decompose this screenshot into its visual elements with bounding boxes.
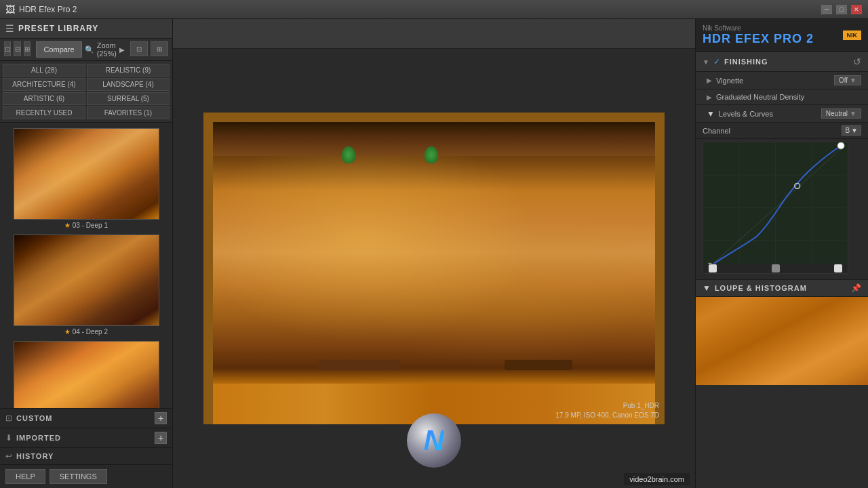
loupe-arrow-icon: ▼ (703, 283, 711, 293)
gnd-arrow-icon: ▶ (707, 94, 712, 101)
vignette-title: Vignette (716, 77, 830, 85)
channel-label: Channel (703, 127, 837, 135)
center-area: Pub 1_HDR 17.9 MP, ISO 400, Canon EOS 7D… (173, 19, 695, 488)
channel-select[interactable]: B ▼ (842, 125, 861, 136)
zoom-control: 🔍 Zoom (25%) ▶ (85, 41, 125, 58)
zoom-label: Zoom (25%) (97, 41, 117, 58)
bottom-buttons: HELP SETTINGS (0, 465, 172, 488)
nik-sphere: N (407, 413, 461, 468)
svg-point-7 (837, 142, 844, 149)
left-panel: ☰ PRESET LIBRARY ⊡ ⊟ ⊞ Compare 🔍 Zoom (2… (0, 19, 173, 488)
zoom-arrow-icon[interactable]: ▶ (119, 46, 125, 54)
zoom-icon: 🔍 (85, 45, 94, 54)
view-icon1[interactable]: ⊡ (130, 41, 148, 56)
nik-brand: HDR EFEX PRO 2 (703, 32, 814, 46)
svg-line-6 (710, 146, 844, 266)
custom-row[interactable]: ⊡ CUSTOM + (0, 409, 172, 428)
preset-thumb-detailed1[interactable] (14, 341, 159, 408)
history-label: HISTORY (16, 452, 167, 460)
gnd-header[interactable]: ▶ Graduated Neutral Density (696, 89, 868, 105)
view-icon2[interactable]: ⊞ (151, 41, 168, 56)
help-button[interactable]: HELP (5, 469, 45, 484)
imported-row[interactable]: ⬇ IMPORTED + (0, 428, 172, 448)
preset-library-header: ☰ PRESET LIBRARY (0, 19, 172, 39)
preset-image-deep1 (14, 129, 159, 219)
channel-dropdown-icon: ▼ (851, 127, 858, 134)
custom-plus-button[interactable]: + (155, 412, 167, 424)
cat-realistic[interactable]: REALISTIC (9) (87, 64, 170, 77)
levels-slider-mid[interactable] (772, 264, 780, 272)
app-icon: 🖼 (5, 4, 15, 15)
custom-label: CUSTOM (16, 414, 151, 422)
view-grid-icon[interactable]: ⊞ (24, 41, 31, 56)
nik-header: Nik Software HDR EFEX PRO 2 NIK (696, 19, 868, 52)
preset-item-detailed1[interactable]: ★ 05 - Detailed 1 (5, 341, 167, 408)
cat-artistic[interactable]: ARTISTIC (6) (3, 92, 85, 105)
imported-plus-button[interactable]: + (155, 432, 167, 444)
vignette-header[interactable]: ▶ Vignette Off ▼ (696, 72, 868, 89)
finishing-arrow-icon: ▼ (703, 58, 709, 66)
preset-library-title: PRESET LIBRARY (18, 24, 98, 33)
view-double-icon[interactable]: ⊟ (14, 41, 20, 56)
view-single-icon[interactable]: ⊡ (4, 41, 11, 56)
vignette-dropdown-icon: ▼ (850, 77, 856, 84)
close-button[interactable]: ✕ (850, 4, 863, 15)
nik-logo: N (407, 413, 461, 468)
preset-item-deep2[interactable]: ★ 04 - Deep 2 (5, 235, 167, 336)
finishing-title: FINISHING (724, 58, 849, 66)
preset-item-deep1[interactable]: ★ 03 - Deep 1 (5, 128, 167, 229)
loupe-header[interactable]: ▼ LOUPE & HISTOGRAM 📌 (696, 280, 868, 297)
levels-slider-left[interactable] (709, 264, 717, 272)
settings-button[interactable]: SETTINGS (50, 469, 107, 484)
imported-icon: ⬇ (5, 433, 12, 443)
custom-icon: ⊡ (5, 413, 12, 423)
history-icon: ↩ (5, 451, 12, 461)
levels-arrow-icon: ▼ (707, 109, 715, 119)
cat-all[interactable]: ALL (28) (3, 64, 85, 77)
loupe-pin-icon[interactable]: 📌 (851, 283, 861, 293)
preset-image-detailed1 (14, 342, 159, 408)
nik-info: Nik Software HDR EFEX PRO 2 (703, 24, 814, 46)
star-icon: ★ (64, 222, 71, 229)
main-image: Pub 1_HDR 17.9 MP, ISO 400, Canon EOS 7D (203, 113, 665, 424)
cat-favorites[interactable]: FAVORITES (1) (87, 106, 170, 119)
cat-recently-used[interactable]: RECENTLY USED (3, 106, 85, 119)
finishing-reset-icon[interactable]: ↺ (853, 56, 861, 67)
loupe-title: LOUPE & HISTOGRAM (715, 284, 847, 292)
cat-landscape[interactable]: LANDSCAPE (4) (87, 78, 170, 91)
preset-thumb-deep2[interactable] (14, 235, 159, 326)
image-caption: Pub 1_HDR 17.9 MP, ISO 400, Canon EOS 7D (555, 401, 659, 420)
right-content: ▼ ✓ FINISHING ↺ ▶ Vignette Off ▼ ▶ Gradu… (696, 52, 868, 488)
menu-icon[interactable]: ☰ (5, 23, 14, 34)
star-icon-2: ★ (64, 328, 71, 336)
nik-software-title: Nik Software (703, 24, 814, 32)
right-panel: Nik Software HDR EFEX PRO 2 NIK ▼ ✓ FINI… (695, 19, 868, 488)
main-layout: ☰ PRESET LIBRARY ⊡ ⊟ ⊞ Compare 🔍 Zoom (2… (0, 19, 868, 488)
cat-architecture[interactable]: ARCHITECTURE (4) (3, 78, 85, 91)
finishing-section-header[interactable]: ▼ ✓ FINISHING ↺ (696, 52, 868, 72)
minimize-button[interactable]: ─ (821, 4, 833, 15)
preset-label-deep2: ★ 04 - Deep 2 (64, 328, 108, 336)
nik-n-letter: N (424, 424, 444, 457)
cat-surreal[interactable]: SURREAL (5) (87, 92, 170, 105)
image-area: Pub 1_HDR 17.9 MP, ISO 400, Canon EOS 7D… (173, 49, 695, 488)
curves-canvas[interactable] (703, 142, 848, 274)
levels-curves-header[interactable]: ▼ Levels & Curves Neutral ▼ (696, 105, 868, 123)
vignette-control[interactable]: Off ▼ (834, 75, 861, 85)
levels-title: Levels & Curves (719, 110, 817, 118)
maximize-button[interactable]: □ (835, 4, 848, 15)
window-controls: ─ □ ✕ (821, 4, 863, 15)
compare-button[interactable]: Compare (36, 41, 81, 58)
preset-thumb-deep1[interactable] (14, 128, 159, 220)
titlebar: 🖼 HDR Efex Pro 2 ─ □ ✕ (0, 0, 868, 19)
nik-badge: NIK (843, 30, 862, 40)
levels-control[interactable]: Neutral ▼ (821, 108, 861, 119)
finishing-check-icon: ✓ (713, 57, 720, 66)
levels-slider-right[interactable] (834, 264, 842, 272)
preset-label-deep1: ★ 03 - Deep 1 (64, 222, 108, 229)
preset-image-deep2 (14, 235, 159, 325)
loupe-area (696, 297, 868, 385)
history-row[interactable]: ↩ HISTORY (0, 448, 172, 465)
channel-row: Channel B ▼ (696, 123, 868, 139)
vignette-arrow-icon: ▶ (707, 77, 712, 84)
